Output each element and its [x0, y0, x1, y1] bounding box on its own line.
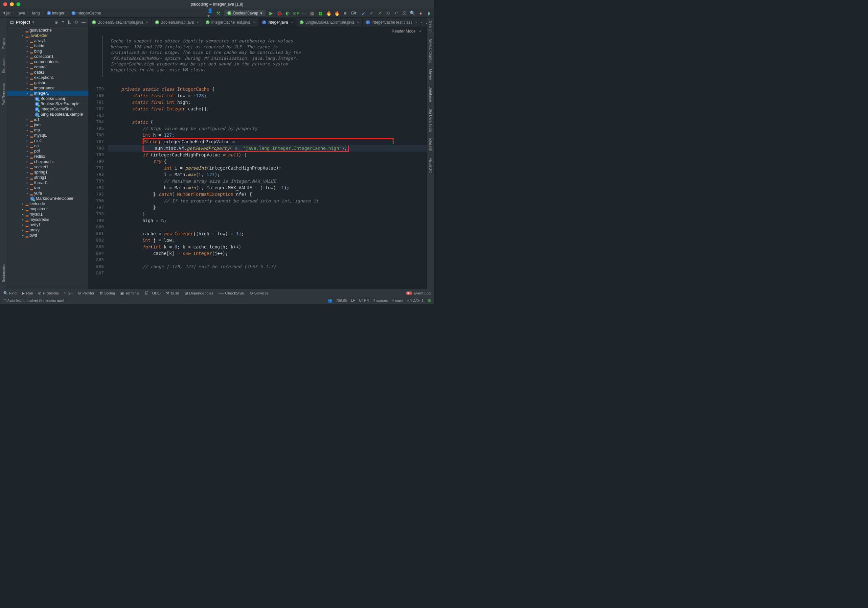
close-tab-icon[interactable]: × — [197, 20, 198, 24]
tree-item[interactable]: ▸▂proxy — [7, 227, 88, 233]
tree-item[interactable]: ▸▂mysql1 — [7, 212, 88, 217]
tree-item[interactable]: ▸▂shejimoshi — [7, 159, 88, 164]
tree-item[interactable]: ▸▂io1 — [7, 117, 88, 122]
status-indent[interactable]: 4 spaces — [373, 298, 388, 302]
bt-build[interactable]: ⚒ Build — [166, 291, 179, 295]
tree-item[interactable]: ▸▂collection1 — [7, 54, 88, 59]
stop-icon[interactable]: ■ — [343, 11, 347, 16]
window-min-icon[interactable] — [10, 2, 14, 6]
expand-icon[interactable]: ≡ — [62, 20, 64, 25]
flame2-icon[interactable]: 🔥 — [335, 11, 339, 16]
close-tab-icon[interactable]: × — [415, 20, 417, 24]
status-lineending[interactable]: LF — [351, 298, 355, 302]
locate-icon[interactable]: ⊕ — [54, 20, 58, 25]
status-position[interactable]: 789:85 — [336, 298, 347, 302]
git-update-icon[interactable]: ↙ — [361, 11, 366, 16]
tree-item[interactable]: ▸▂mp — [7, 127, 88, 133]
editor-tab[interactable]: CIntegerCacheTest.java× — [202, 18, 259, 26]
tree-item[interactable]: CBooleanSizeExample — [7, 101, 88, 107]
editor-tab[interactable]: CSingleBooleanExample.java× — [296, 18, 363, 26]
window-close-icon[interactable] — [3, 2, 7, 6]
bt-dependencies[interactable]: ⊞ Dependencies — [184, 291, 214, 295]
tree-item[interactable]: ▸▂importance — [7, 85, 88, 91]
tree-item[interactable]: ▸▂top — [7, 185, 88, 191]
event-log[interactable]: 9+ Event Log — [406, 291, 431, 295]
git-rollback-icon[interactable]: ↶ — [394, 11, 398, 16]
bc-integercache[interactable]: CIntegerCache — [71, 11, 101, 16]
bc-rt[interactable]: rt.jar — [3, 11, 11, 16]
breadcrumb[interactable]: rt.jar〉 java〉 lang〉 CInteger〉 CIntegerCa… — [3, 10, 101, 16]
bt-find[interactable]: 🔍 Find — [3, 291, 16, 295]
tree-item[interactable]: ▸▂gaishu — [7, 80, 88, 85]
status-users-icon[interactable]: 👥 — [327, 298, 332, 303]
right-tool-search[interactable]: Search — [429, 21, 433, 33]
bc-lang[interactable]: lang — [32, 11, 40, 16]
tree-item[interactable]: ▸▂date1 — [7, 70, 88, 75]
bt-git[interactable]: ⑂ Git — [64, 291, 73, 295]
tree-item[interactable]: ▸▂baidu — [7, 43, 88, 49]
tree-item[interactable]: ▸▂pdf — [7, 149, 88, 154]
hide-icon[interactable]: — — [82, 20, 86, 25]
tree-item[interactable]: ▸▂string1 — [7, 175, 88, 180]
check-icon[interactable]: ✓ — [419, 29, 422, 34]
user-icon[interactable]: 👤▾ — [208, 11, 212, 16]
tree-item[interactable]: ▸▂mysql1 — [7, 133, 88, 138]
close-tab-icon[interactable]: × — [291, 20, 293, 24]
tree-item[interactable]: ▸▂mysqlredis — [7, 217, 88, 222]
tree-item[interactable]: ▸▂thread1 — [7, 180, 88, 185]
tree-item[interactable]: ▸▂yufa — [7, 191, 88, 196]
tree-item[interactable]: ▸▂oo — [7, 143, 88, 149]
bt-todo[interactable]: ☑ TODO — [145, 291, 161, 295]
bt-spring[interactable]: ✿ Spring — [99, 291, 115, 295]
status-encoding[interactable]: UTF-8 — [359, 298, 369, 302]
copilot-icon[interactable]: ◗ — [426, 11, 431, 16]
tree-item[interactable]: CIntegerCacheTest — [7, 107, 88, 112]
tab-prev-icon[interactable]: ‹ — [421, 20, 422, 25]
tree-item[interactable]: ▸▂redis1 — [7, 154, 88, 159]
tree-item[interactable]: ▸▂leetcode — [7, 201, 88, 206]
search-icon[interactable]: 🔍 — [410, 11, 415, 16]
right-tool-copilot[interactable]: GitHub Copilot — [429, 39, 433, 63]
collapse-icon[interactable]: ⇅ — [67, 20, 71, 25]
settings-icon[interactable]: ⚙ — [74, 20, 78, 25]
tree-item[interactable]: ▸▂pwd — [7, 233, 88, 238]
tree-item[interactable]: ▸▂commontools — [7, 59, 88, 64]
right-tool-jclasslib[interactable]: jclasslib — [429, 138, 433, 151]
project-tree[interactable]: ▂guavacache▾▂javabetter▸▂array1▸▂baidu▸▂… — [7, 27, 88, 289]
tree-item[interactable]: ▸▂socket1 — [7, 164, 88, 170]
bc-integer[interactable]: CInteger — [47, 11, 65, 16]
tree-item[interactable]: ▸▂spring1 — [7, 170, 88, 175]
left-tool-project[interactable]: Project — [2, 37, 6, 49]
close-tab-icon[interactable]: × — [253, 20, 255, 24]
coverage-icon[interactable]: ◐ — [285, 11, 290, 16]
window-max-icon[interactable] — [16, 2, 20, 6]
right-tool-visualgc[interactable]: VisualGC — [429, 158, 433, 173]
bt-services[interactable]: ⊙ Services — [250, 291, 269, 295]
tree-item[interactable]: ▸▂netty1 — [7, 222, 88, 227]
ide-icon[interactable]: ● — [418, 11, 423, 16]
left-tool-pullrequests[interactable]: Pull Requests — [2, 83, 6, 105]
dots-icon[interactable]: ⋯ — [302, 11, 307, 16]
bc-java[interactable]: java — [18, 11, 25, 16]
git-push-icon[interactable]: ↗ — [377, 11, 382, 16]
close-tab-icon[interactable]: × — [146, 20, 148, 24]
grid-icon[interactable]: ▦ — [318, 11, 323, 16]
attach-icon[interactable]: ▦ — [310, 11, 315, 16]
run-icon[interactable]: ▶ — [269, 11, 274, 16]
run-config-selector[interactable]: CBooleanJavap ▾ — [224, 10, 265, 16]
hammer-icon[interactable]: ⚒ — [216, 11, 221, 16]
editor-tab[interactable]: CBooleanSizeExample.java× — [89, 18, 152, 26]
flame1-icon[interactable]: 🔥 — [326, 11, 331, 16]
bt-terminal[interactable]: ▣ Terminal — [120, 291, 139, 295]
tree-item[interactable]: CMarkdownFileCopier — [7, 196, 88, 201]
git-commit-icon[interactable]: ✓ — [369, 11, 374, 16]
tree-item[interactable]: ▸▂control — [7, 64, 88, 70]
right-tool-maven[interactable]: Maven — [429, 69, 433, 80]
right-tool-bigdata[interactable]: Big Data Tools — [429, 109, 433, 132]
tree-item[interactable]: ▸▂mapstrcut — [7, 206, 88, 212]
editor-tab[interactable]: IIntegerCacheTest.class× — [363, 18, 421, 26]
editor-tabs[interactable]: CBooleanSizeExample.java×CBooleanJavap.j… — [89, 18, 427, 27]
tree-item[interactable]: ▂guavacache — [7, 28, 88, 33]
tree-item[interactable]: ▸▂exception1 — [7, 75, 88, 80]
left-tool-structure[interactable]: Structure — [2, 59, 6, 73]
